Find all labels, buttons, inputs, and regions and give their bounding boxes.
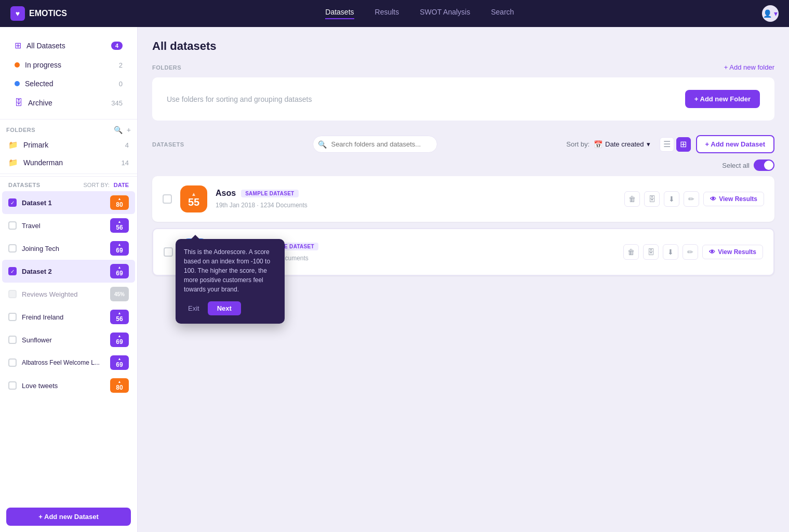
tour-exit-button[interactable]: Exit [184, 302, 204, 314]
sidebar-folder-primark[interactable]: 📁 Primark 4 [2, 136, 135, 154]
add-folder-button[interactable]: + Add new Folder [685, 90, 760, 108]
delete-asos-button[interactable]: 🗑 [624, 191, 640, 207]
orange-dot-icon [15, 62, 20, 68]
datasets-label: DATASETS [152, 141, 184, 148]
sort-by-label: SORT BY: [84, 182, 110, 188]
sidebar-divider-1 [0, 119, 137, 119]
ds-checkbox-dataset2[interactable]: ✓ [8, 267, 17, 275]
sort-control: Sort by: 📅 Date created ▾ [566, 140, 650, 149]
ds-checkbox-freind-ireland[interactable] [8, 313, 17, 321]
sidebar-dataset-item-travel[interactable]: Travel ▲ 56 [2, 214, 135, 237]
sidebar-in-progress-count: 2 [119, 61, 123, 69]
sidebar-dataset-item-sunflower[interactable]: Sunflower ▲ 69 [2, 328, 135, 351]
ds-card-checkbox-new-look[interactable] [164, 247, 173, 257]
sidebar-item-all-datasets[interactable]: ⊞ All Datasets 4 [8, 35, 129, 56]
folder-wunderman-label: Wunderman [23, 158, 116, 167]
score-badge-dataset2: ▲ 69 [110, 264, 129, 278]
sidebar-divider-2 [0, 174, 137, 174]
select-all-row: Select all [152, 159, 774, 171]
folders-empty-text: Use folders for sorting and grouping dat… [167, 95, 312, 103]
add-dataset-main-button[interactable]: + Add new Dataset [696, 135, 774, 153]
edit-asos-button[interactable]: ✏ [684, 191, 699, 207]
ds-title-asos: Asos [216, 189, 236, 198]
ds-checkbox-dataset1[interactable]: ✓ [8, 198, 17, 207]
tour-popup: This is the Adorescore. A score based on… [176, 239, 285, 324]
logo-icon: ♥ [10, 6, 25, 21]
list-view-button[interactable]: ☰ [660, 137, 674, 152]
search-folders-icon[interactable]: 🔍 [114, 126, 123, 134]
ds-score-asos: ▲ 55 [180, 185, 207, 212]
sidebar-item-archive[interactable]: 🗄 Archive 345 [8, 93, 129, 113]
sidebar-add-dataset-button[interactable]: + Add new Dataset [6, 508, 131, 526]
sidebar-folder-wunderman[interactable]: 📁 Wunderman 14 [2, 154, 135, 171]
ds-label-travel: Travel [22, 222, 105, 230]
sidebar-all-datasets-label: All Datasets [26, 42, 106, 50]
score-arrow-asos: ▲ [191, 191, 196, 197]
ds-card-checkbox-asos[interactable] [163, 194, 172, 204]
dataset-card-asos: ▲ 55 Asos SAMPLE DATASET 19th Jan 2018 ·… [152, 176, 774, 222]
user-avatar[interactable]: 👤 ▾ [762, 5, 779, 22]
sidebar-dataset-item-albatross[interactable]: Albatross Feel Welcome L... ▲ 69 [2, 351, 135, 374]
datasets-controls-row: DATASETS 🔍 Sort by: 📅 Date created ▾ [152, 135, 774, 153]
delete-new-look-button[interactable]: 🗑 [623, 244, 639, 260]
add-folder-icon[interactable]: + [127, 126, 131, 134]
select-all-toggle[interactable] [754, 159, 774, 171]
folder-icon: 📁 [8, 140, 18, 150]
nav-links: Datasets Results SWOT Analysis Search [98, 8, 741, 19]
ds-checkbox-love-tweets[interactable] [8, 381, 17, 390]
ds-checkbox-reviews-weighted [8, 290, 17, 298]
sidebar-dataset-item-love-tweets[interactable]: Love tweets ▲ 80 [2, 374, 135, 397]
view-results-new-look-button[interactable]: 👁 View Results [702, 245, 763, 259]
ds-label-dataset2: Dataset 2 [22, 268, 105, 275]
nav-search[interactable]: Search [491, 8, 514, 19]
score-badge-sunflower: ▲ 69 [110, 332, 129, 347]
eye-icon: 👁 [710, 195, 716, 203]
view-toggle: ☰ ⊞ [660, 137, 691, 152]
sort-date-button[interactable]: 📅 Date created ▾ [594, 140, 650, 149]
score-badge-joining-tech: ▲ 69 [110, 241, 129, 256]
archive-asos-button[interactable]: 🗄 [644, 191, 660, 207]
archive-new-look-button[interactable]: 🗄 [643, 244, 659, 260]
top-navigation: ♥ EMOTICS Datasets Results SWOT Analysis… [0, 0, 789, 27]
ds-info-asos: Asos SAMPLE DATASET 19th Jan 2018 · 1234… [216, 189, 616, 209]
sidebar-archive-count: 345 [111, 99, 123, 107]
add-new-folder-link[interactable]: + Add new folder [724, 63, 774, 71]
ds-checkbox-travel[interactable] [8, 221, 17, 230]
ds-checkbox-sunflower[interactable] [8, 336, 17, 344]
sort-date-label: Date created [605, 140, 644, 148]
tour-next-button[interactable]: Next [208, 301, 241, 315]
nav-results[interactable]: Results [375, 8, 399, 19]
sidebar-item-in-progress[interactable]: In progress 2 [8, 56, 129, 74]
edit-new-look-button[interactable]: ✏ [683, 244, 698, 260]
sidebar-dataset-item-freind-ireland[interactable]: Freind Ireland ▲ 56 [2, 305, 135, 328]
ds-checkbox-joining-tech[interactable] [8, 244, 17, 252]
ds-label-love-tweets: Love tweets [22, 382, 105, 390]
view-results-label: View Results [719, 195, 757, 203]
eye-icon: 👁 [709, 248, 715, 256]
folders-section: FOLDERS + Add new folder Use folders for… [152, 63, 774, 121]
sort-by-value[interactable]: DATE [114, 182, 129, 188]
sidebar-dataset-item-joining-tech[interactable]: Joining Tech ▲ 69 [2, 237, 135, 260]
grid-view-button[interactable]: ⊞ [676, 137, 691, 152]
search-input[interactable] [313, 136, 437, 153]
sidebar-datasets-header: DATASETS SORT BY: DATE [0, 177, 137, 191]
nav-datasets[interactable]: Datasets [325, 8, 354, 19]
sidebar-item-selected[interactable]: Selected 0 [8, 74, 129, 93]
view-results-label: View Results [718, 248, 756, 256]
sidebar-nav-section: ⊞ All Datasets 4 In progress 2 Selected … [0, 27, 137, 117]
folders-actions: 🔍 + [114, 126, 131, 134]
nav-swot[interactable]: SWOT Analysis [420, 8, 470, 19]
sidebar-dataset-item-dataset1[interactable]: ✓ Dataset 1 ▲ 80 [2, 191, 135, 214]
folders-header-row: FOLDERS + Add new folder [152, 63, 774, 71]
download-new-look-button[interactable]: ⬇ [663, 244, 678, 260]
view-results-asos-button[interactable]: 👁 View Results [703, 192, 764, 206]
sidebar-archive-label: Archive [28, 99, 106, 107]
ds-checkbox-albatross[interactable] [8, 358, 17, 367]
sidebar-folders-header: FOLDERS 🔍 + [0, 122, 137, 136]
download-asos-button[interactable]: ⬇ [664, 191, 679, 207]
layers-icon: ⊞ [15, 41, 21, 50]
blue-dot-icon [15, 81, 20, 86]
folders-empty-box: Use folders for sorting and grouping dat… [152, 77, 774, 121]
sidebar-dataset-item-dataset2[interactable]: ✓ Dataset 2 ▲ 69 [2, 260, 135, 283]
sidebar-all-datasets-count: 4 [111, 42, 123, 50]
